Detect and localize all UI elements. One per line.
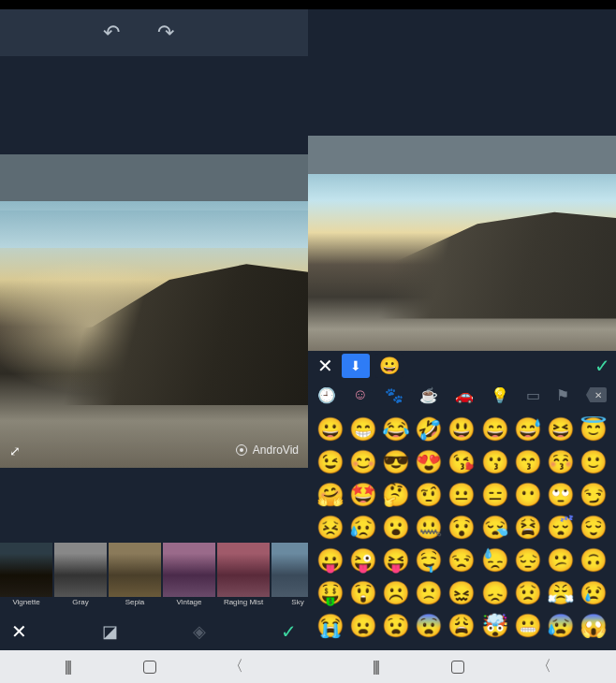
filters-strip[interactable]: Vignette Gray Sepia Vintage Raging Mist …	[0, 543, 308, 608]
emoji-cell[interactable]: 😟	[511, 576, 544, 609]
emoji-cell[interactable]: 😭	[314, 609, 346, 642]
emoji-cell[interactable]: 😥	[346, 511, 379, 544]
expand-icon[interactable]: ⤢	[9, 443, 21, 458]
download-sticker-button[interactable]: ⬇	[342, 354, 370, 378]
filter-vignette[interactable]: Vignette	[0, 543, 52, 608]
emoji-cell[interactable]: 😏	[578, 478, 610, 511]
emoji-cell[interactable]: 😇	[578, 413, 610, 445]
emoji-cell[interactable]: 😞	[478, 576, 511, 609]
emoji-cell[interactable]: 😆	[545, 413, 578, 445]
filter-thumbnail	[54, 543, 107, 597]
compare-icon[interactable]: ◪	[102, 621, 118, 642]
emoji-cell[interactable]: 🤤	[413, 544, 446, 576]
emoji-cell[interactable]: 😅	[511, 413, 544, 445]
emoji-cell[interactable]: 🤩	[346, 478, 379, 511]
emoji-cell[interactable]: 😬	[511, 609, 544, 642]
emoji-tab-button[interactable]: 😀	[375, 354, 403, 378]
nav-recents-icon[interactable]: |||	[373, 659, 378, 676]
emoji-cell[interactable]: 😢	[578, 576, 610, 609]
emoji-cell[interactable]: 🤯	[478, 609, 511, 642]
category-flags-icon[interactable]: ⚑	[556, 386, 569, 404]
emoji-cell[interactable]: 😲	[346, 576, 379, 609]
emoji-cell[interactable]: 🤐	[413, 511, 446, 544]
category-travel-icon[interactable]: 🚗	[455, 386, 474, 404]
video-preview-right[interactable]	[308, 136, 616, 351]
emoji-cell[interactable]: 😝	[379, 544, 412, 576]
emoji-cell[interactable]: 🤔	[379, 478, 412, 511]
redo-icon[interactable]: ↷	[157, 21, 174, 45]
filter-vintage[interactable]: Vintage	[163, 543, 215, 608]
emoji-cell[interactable]: 🤑	[314, 576, 346, 609]
emoji-cell[interactable]: 😗	[478, 445, 511, 478]
emoji-cell[interactable]: 😃	[446, 413, 478, 445]
filter-sky[interactable]: Sky	[271, 543, 308, 608]
cancel-icon[interactable]: ✕	[11, 620, 27, 643]
emoji-cell[interactable]: 🤗	[314, 478, 346, 511]
emoji-cell[interactable]: 😀	[314, 413, 346, 445]
emoji-cell[interactable]: 😩	[446, 609, 478, 642]
emoji-cell[interactable]: 😉	[314, 445, 346, 478]
emoji-cell[interactable]: 😣	[314, 511, 346, 544]
filter-raging-mist[interactable]: Raging Mist	[217, 543, 270, 608]
emoji-cell[interactable]: 😯	[446, 511, 478, 544]
emoji-cell[interactable]: 😍	[413, 445, 446, 478]
nav-back-icon[interactable]: 〈	[536, 657, 551, 676]
emoji-cell[interactable]: 🤨	[413, 478, 446, 511]
emoji-cell[interactable]: 😴	[545, 511, 578, 544]
emoji-cell[interactable]: 😫	[511, 511, 544, 544]
emoji-cell[interactable]: 😚	[545, 445, 578, 478]
nav-recents-icon[interactable]: |||	[65, 659, 70, 676]
emoji-cell[interactable]: 😒	[446, 544, 478, 576]
emoji-cell[interactable]: 😜	[346, 544, 379, 576]
emoji-cell[interactable]: 😐	[446, 478, 478, 511]
emoji-cell[interactable]: 😘	[446, 445, 478, 478]
close-icon[interactable]: ✕	[314, 355, 336, 377]
emoji-cell[interactable]: ☹️	[379, 576, 412, 609]
emoji-cell[interactable]: 🙄	[545, 478, 578, 511]
emoji-cell[interactable]: 🤣	[413, 413, 446, 445]
emoji-cell[interactable]: 😌	[578, 511, 610, 544]
nav-home-icon[interactable]	[143, 661, 156, 674]
category-recent-icon[interactable]: 🕘	[317, 386, 336, 404]
layers-icon[interactable]: ◈	[193, 621, 206, 642]
filter-gray[interactable]: Gray	[54, 543, 107, 608]
emoji-cell[interactable]: 😑	[478, 478, 511, 511]
emoji-cell[interactable]: 😕	[545, 544, 578, 576]
emoji-cell[interactable]: 😊	[346, 445, 379, 478]
category-objects-icon[interactable]: ▭	[526, 386, 540, 404]
emoji-cell[interactable]: 😰	[545, 609, 578, 642]
emoji-cell[interactable]: 😦	[346, 609, 379, 642]
confirm-icon[interactable]: ✓	[281, 620, 297, 643]
category-smileys-icon[interactable]: ☺	[353, 386, 368, 403]
emoji-cell[interactable]: 🙁	[413, 576, 446, 609]
emoji-toolbar: ✕ ⬇ 😀 ✓	[308, 351, 616, 381]
emoji-cell[interactable]: 😪	[478, 511, 511, 544]
emoji-cell[interactable]: 😁	[346, 413, 379, 445]
category-animals-icon[interactable]: 🐾	[385, 386, 403, 404]
emoji-cell[interactable]: 😖	[446, 576, 478, 609]
emoji-cell[interactable]: 😶	[511, 478, 544, 511]
undo-icon[interactable]: ↶	[103, 21, 120, 45]
emoji-cell[interactable]: 😱	[578, 609, 610, 642]
video-preview[interactable]: ⤢ AndroVid	[0, 154, 308, 468]
backspace-icon[interactable]: ✕	[586, 387, 607, 402]
emoji-cell[interactable]: 😙	[511, 445, 544, 478]
nav-back-icon[interactable]: 〈	[228, 657, 243, 676]
emoji-cell[interactable]: 😄	[478, 413, 511, 445]
emoji-cell[interactable]: 😓	[478, 544, 511, 576]
nav-home-icon[interactable]	[451, 661, 464, 674]
emoji-cell[interactable]: 🙂	[578, 445, 610, 478]
filter-sepia[interactable]: Sepia	[109, 543, 161, 608]
emoji-cell[interactable]: 😛	[314, 544, 346, 576]
emoji-cell[interactable]: 😮	[379, 511, 412, 544]
emoji-cell[interactable]: 😔	[511, 544, 544, 576]
confirm-icon[interactable]: ✓	[594, 355, 610, 377]
emoji-cell[interactable]: 😂	[379, 413, 412, 445]
emoji-cell[interactable]: 😤	[545, 576, 578, 609]
emoji-cell[interactable]: 😎	[379, 445, 412, 478]
emoji-cell[interactable]: 😧	[379, 609, 412, 642]
emoji-cell[interactable]: 🙃	[578, 544, 610, 576]
category-activity-icon[interactable]: 💡	[491, 386, 509, 404]
emoji-cell[interactable]: 😨	[413, 609, 446, 642]
category-food-icon[interactable]: ☕	[419, 386, 438, 404]
